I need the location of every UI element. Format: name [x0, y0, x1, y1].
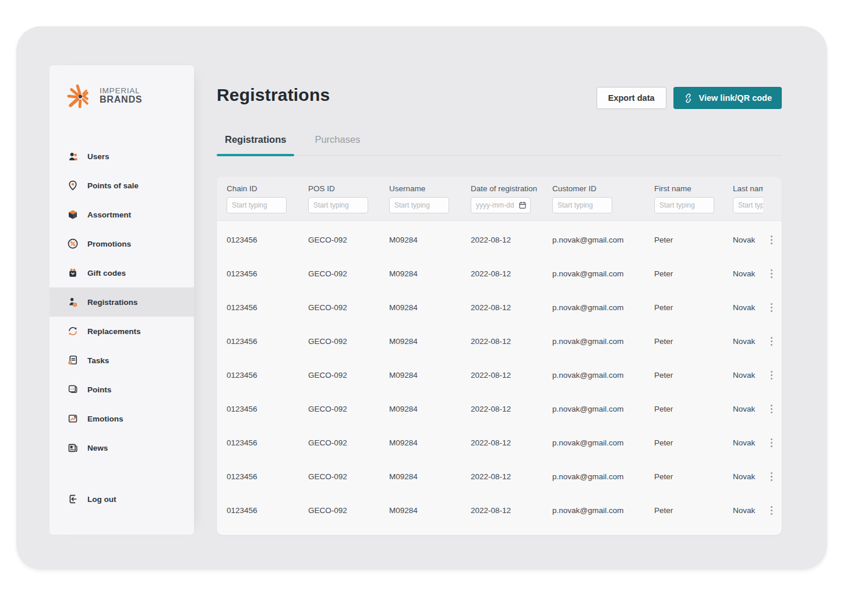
link-icon [683, 93, 693, 103]
cell-chain-id: 0123456 [227, 438, 308, 447]
box-icon [67, 209, 79, 220]
brand-name-line1: IMPERIAL [100, 87, 142, 95]
cell-first-name: Peter [654, 506, 733, 515]
table-row: 0123456GECO-092M092842022-08-12p.novak@g… [217, 324, 782, 358]
sidebar-item-label: Users [87, 152, 110, 161]
row-menu-kebab-icon[interactable] [763, 459, 779, 493]
cell-chain-id: 0123456 [227, 303, 308, 312]
image-icon [67, 413, 79, 424]
view-link-qr-button[interactable]: View link/QR code [673, 87, 782, 109]
cell-username: M09284 [389, 472, 471, 481]
cell-customer-id: p.novak@gmail.com [552, 236, 654, 244]
users-icon [67, 150, 79, 162]
cell-pos-id: GECO-092 [308, 371, 389, 380]
sidebar-item-logout[interactable]: Log out [50, 484, 194, 514]
tab-label: Registrations [225, 134, 286, 145]
refresh-icon [67, 325, 79, 337]
row-menu-kebab-icon[interactable] [763, 257, 779, 290]
cell-date-of-registration: 2022-08-12 [471, 506, 552, 515]
tab-registrations[interactable]: Registrations [217, 134, 294, 155]
cell-chain-id: 0123456 [227, 506, 308, 515]
sidebar-item-users[interactable]: Users [50, 142, 194, 171]
filter-input-pos-id[interactable] [308, 197, 368, 213]
row-menu-kebab-icon[interactable] [763, 426, 779, 459]
sidebar-item-points[interactable]: +1 Points [50, 375, 194, 404]
sidebar-item-label: Tasks [87, 356, 109, 365]
sidebar-item-emotions[interactable]: Emotions [50, 404, 194, 433]
cell-first-name: Peter [654, 269, 733, 278]
sidebar: IMPERIAL BRANDS Users Points of s [50, 65, 194, 535]
sidebar-item-promotions[interactable]: Promotions [50, 229, 194, 258]
cell-date-of-registration: 2022-08-12 [471, 337, 552, 346]
sidebar-item-gift-codes[interactable]: Gift codes [50, 258, 194, 287]
row-menu-kebab-icon[interactable] [763, 358, 779, 392]
brand-name-line2: BRANDS [100, 95, 142, 104]
row-menu-kebab-icon[interactable] [763, 493, 779, 527]
cell-username: M09284 [389, 236, 471, 244]
page-title: Registrations [217, 85, 330, 105]
cell-username: M09284 [389, 506, 471, 515]
sidebar-item-assortment[interactable]: Assortment [50, 200, 194, 229]
export-data-button[interactable]: Export data [597, 87, 666, 109]
filter-row: Chain IDPOS IDUsernameDate of registrati… [217, 177, 782, 221]
cell-customer-id: p.novak@gmail.com [552, 269, 654, 278]
cell-date-of-registration: 2022-08-12 [471, 303, 552, 312]
cell-chain-id: 0123456 [227, 236, 308, 244]
table-row: 0123456GECO-092M092842022-08-12p.novak@g… [217, 290, 782, 324]
column-header-first-name: First name [654, 184, 733, 193]
cell-first-name: Peter [654, 371, 733, 380]
user-plus-icon [67, 296, 79, 308]
row-menu-kebab-icon[interactable] [763, 392, 779, 426]
column-pos-id: POS ID [308, 184, 389, 213]
brand-logo: IMPERIAL BRANDS [66, 80, 142, 111]
sidebar-item-registrations[interactable]: Registrations [50, 287, 194, 317]
map-pin-icon [67, 180, 79, 191]
cell-date-of-registration: 2022-08-12 [471, 438, 552, 447]
table-row: 0123456GECO-092M092842022-08-12p.novak@g… [217, 392, 782, 426]
row-menu-kebab-icon[interactable] [763, 223, 779, 257]
tab-purchases[interactable]: Purchases [315, 134, 360, 155]
cell-pos-id: GECO-092 [308, 303, 389, 312]
cell-last-name: Novak [733, 438, 763, 447]
sidebar-item-label: Replacements [87, 327, 141, 336]
row-menu-kebab-icon[interactable] [763, 324, 779, 358]
cell-customer-id: p.novak@gmail.com [552, 303, 654, 312]
cell-last-name: Novak [733, 236, 763, 244]
filter-input-customer-id[interactable] [552, 197, 612, 213]
cell-chain-id: 0123456 [227, 371, 308, 380]
cell-date-of-registration: 2022-08-12 [471, 269, 552, 278]
cell-customer-id: p.novak@gmail.com [552, 438, 654, 447]
sidebar-item-label: Assortment [87, 210, 131, 219]
app-window: IMPERIAL BRANDS Users Points of s [16, 26, 827, 570]
sidebar-item-tasks[interactable]: ? Tasks [50, 346, 194, 375]
filter-input-date-of-registration[interactable] [471, 197, 531, 213]
table-row: 0123456GECO-092M092842022-08-12p.novak@g… [217, 358, 782, 392]
filter-input-last-name[interactable] [733, 197, 763, 213]
cell-date-of-registration: 2022-08-12 [471, 472, 552, 481]
cell-first-name: Peter [654, 405, 733, 413]
filter-input-chain-id[interactable] [227, 197, 287, 213]
sidebar-item-replacements[interactable]: Replacements [50, 317, 194, 346]
sidebar-item-label: Registrations [87, 298, 137, 307]
cell-customer-id: p.novak@gmail.com [552, 472, 654, 481]
sidebar-item-points-of-sale[interactable]: Points of sale [50, 171, 194, 200]
sidebar-item-label: News [87, 444, 108, 452]
filter-input-first-name[interactable] [654, 197, 714, 213]
cell-customer-id: p.novak@gmail.com [552, 405, 654, 413]
active-tab-underline [217, 154, 294, 156]
cell-last-name: Novak [733, 405, 763, 413]
sidebar-item-label: Emotions [87, 415, 124, 423]
filter-input-username[interactable] [389, 197, 449, 213]
table-rows: 0123456GECO-092M092842022-08-12p.novak@g… [217, 221, 782, 527]
sidebar-item-label: Points of sale [87, 181, 139, 190]
column-chain-id: Chain ID [227, 184, 308, 213]
sidebar-item-label: Log out [87, 495, 116, 504]
cell-chain-id: 0123456 [227, 472, 308, 481]
view-link-qr-label: View link/QR code [699, 93, 772, 103]
cell-last-name: Novak [733, 303, 763, 312]
row-menu-kebab-icon[interactable] [763, 290, 779, 324]
cell-first-name: Peter [654, 438, 733, 447]
column-header-username: Username [389, 184, 471, 193]
cell-pos-id: GECO-092 [308, 438, 389, 447]
sidebar-item-news[interactable]: News [50, 433, 194, 462]
